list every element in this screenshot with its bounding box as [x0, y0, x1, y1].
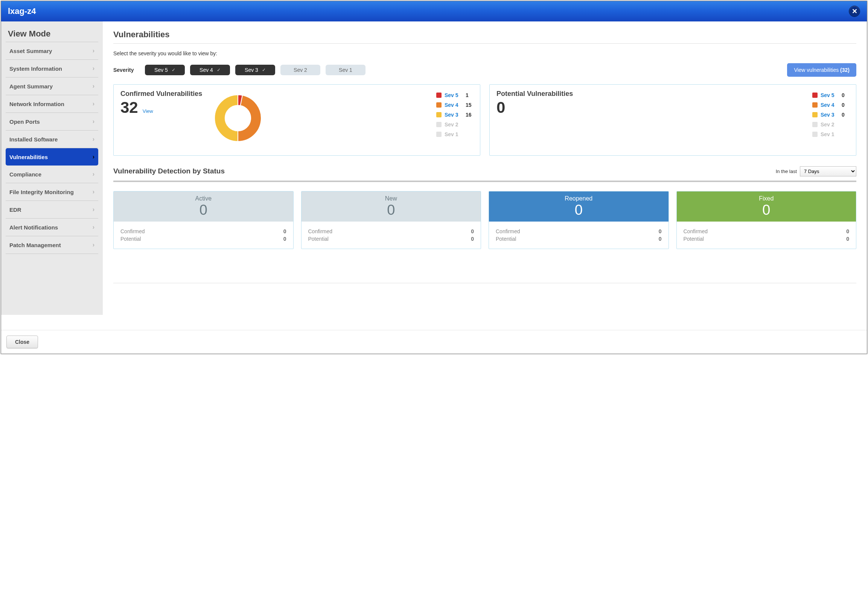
sidebar-item-compliance[interactable]: Compliance›	[6, 166, 98, 183]
status-name: Active	[114, 195, 293, 202]
severity-pill-sev3[interactable]: Sev 3✓	[235, 65, 275, 75]
detection-header-row: Vulnerability Detection by Status In the…	[113, 166, 856, 177]
sidebar-item-vulnerabilities[interactable]: Vulnerabilities›	[6, 148, 98, 166]
legend-swatch	[436, 112, 442, 117]
legend-swatch	[436, 102, 442, 108]
legend-name: Sev 1	[821, 131, 839, 137]
legend-name: Sev 2	[445, 122, 463, 128]
sidebar-item-agent-summary[interactable]: Agent Summary›	[6, 77, 98, 95]
close-button[interactable]: Close	[6, 336, 38, 348]
status-card-new: New0Confirmed0Potential0	[301, 191, 481, 249]
status-row-value: 0	[659, 236, 662, 242]
sidebar-item-label: Vulnerabilities	[9, 154, 48, 160]
status-row-label: Potential	[308, 236, 329, 242]
status-row-label: Confirmed	[308, 228, 333, 234]
sidebar-item-open-ports[interactable]: Open Ports›	[6, 113, 98, 131]
status-row-value: 0	[846, 236, 849, 242]
sidebar-item-label: System Information	[9, 65, 62, 72]
divider	[113, 181, 856, 182]
legend-swatch	[812, 112, 818, 117]
legend-name[interactable]: Sev 4	[821, 102, 839, 108]
status-card-header[interactable]: Fixed0	[677, 191, 856, 222]
status-row-label: Confirmed	[120, 228, 145, 234]
sidebar-item-installed-software[interactable]: Installed Software›	[6, 131, 98, 148]
status-row-label: Confirmed	[684, 228, 708, 234]
status-card-header[interactable]: New0	[302, 191, 481, 222]
sidebar-item-network-information[interactable]: Network Information›	[6, 95, 98, 113]
sidebar-item-label: Open Ports	[9, 118, 40, 125]
in-last-label: In the last	[776, 169, 797, 174]
legend-row: Sev 2	[812, 122, 849, 128]
chevron-right-icon: ›	[93, 47, 94, 54]
sidebar-item-asset-summary[interactable]: Asset Summary›	[6, 42, 98, 60]
status-count: 0	[302, 203, 481, 217]
status-row-value: 0	[471, 228, 474, 234]
status-row-value: 0	[283, 228, 286, 234]
chevron-right-icon: ›	[93, 171, 94, 178]
confirmed-total: 32	[120, 99, 138, 117]
close-icon[interactable]: ✕	[849, 6, 860, 17]
legend-value: 0	[842, 92, 849, 98]
view-vulnerabilities-button[interactable]: View vulnerabilities (32)	[787, 63, 856, 77]
severity-pill-sev1[interactable]: Sev 1	[326, 65, 365, 75]
window-body: View Mode Asset Summary›System Informati…	[1, 21, 867, 315]
sidebar-item-alert-notifications[interactable]: Alert Notifications›	[6, 219, 98, 236]
chevron-right-icon: ›	[93, 188, 94, 195]
legend-row: Sev 415	[436, 102, 473, 108]
titlebar: lxag-z4 ✕	[1, 1, 867, 21]
status-card-header[interactable]: Active0	[114, 191, 293, 222]
sidebar-item-edr[interactable]: EDR›	[6, 201, 98, 219]
status-row-value: 0	[471, 236, 474, 242]
status-row-potential: Potential0	[308, 236, 474, 242]
status-row-label: Potential	[684, 236, 704, 242]
sidebar: View Mode Asset Summary›System Informati…	[1, 21, 103, 315]
legend-name[interactable]: Sev 5	[445, 92, 463, 98]
severity-pill-label: Sev 3	[245, 67, 258, 73]
severity-pill-label: Sev 1	[339, 67, 352, 73]
chevron-right-icon: ›	[93, 83, 94, 90]
status-row-label: Potential	[496, 236, 516, 242]
status-count: 0	[114, 203, 293, 217]
status-card-header[interactable]: Reopened0	[489, 191, 669, 222]
sidebar-heading: View Mode	[8, 29, 96, 39]
confirmed-view-link[interactable]: View	[143, 108, 153, 114]
status-row-label: Potential	[120, 236, 141, 242]
modal-window: lxag-z4 ✕ View Mode Asset Summary›System…	[1, 1, 867, 354]
view-vulnerabilities-count: (32)	[840, 67, 850, 73]
legend-row: Sev 50	[812, 92, 849, 98]
status-grid: Active0Confirmed0Potential0New0Confirmed…	[113, 191, 856, 249]
status-row-potential: Potential0	[120, 236, 286, 242]
legend-swatch	[812, 122, 818, 127]
status-row-potential: Potential0	[496, 236, 662, 242]
sidebar-item-system-information[interactable]: System Information›	[6, 60, 98, 77]
legend-swatch	[436, 93, 442, 98]
vuln-cards-row: Confirmed Vulnerabilities 32 View Sev 51…	[113, 84, 856, 156]
sidebar-item-patch-management[interactable]: Patch Management›	[6, 236, 98, 254]
severity-pill-sev4[interactable]: Sev 4✓	[190, 65, 230, 75]
sidebar-item-file-integrity-monitoring[interactable]: File Integrity Monitoring›	[6, 183, 98, 201]
legend-swatch	[812, 93, 818, 98]
legend-swatch	[812, 132, 818, 137]
status-row-confirmed: Confirmed0	[496, 228, 662, 234]
legend-name[interactable]: Sev 3	[445, 112, 463, 118]
legend-name[interactable]: Sev 5	[821, 92, 839, 98]
severity-pill-sev2[interactable]: Sev 2	[280, 65, 320, 75]
divider	[113, 283, 856, 283]
page-title: Vulnerabilities	[113, 30, 856, 39]
sidebar-item-label: Agent Summary	[9, 83, 53, 90]
legend-name[interactable]: Sev 4	[445, 102, 463, 108]
view-vulnerabilities-label: View vulnerabilities	[794, 67, 839, 73]
status-row-confirmed: Confirmed0	[120, 228, 286, 234]
chevron-right-icon: ›	[93, 206, 94, 213]
time-range-select[interactable]: 7 Days	[800, 166, 856, 176]
donut-slice-sev3	[215, 95, 238, 141]
donut-slice-sev4	[238, 95, 261, 141]
sidebar-item-label: EDR	[9, 207, 21, 213]
status-card-body: Confirmed0Potential0	[114, 222, 293, 249]
sidebar-item-label: Alert Notifications	[9, 224, 58, 231]
legend-name[interactable]: Sev 3	[821, 112, 839, 118]
chevron-right-icon: ›	[93, 224, 94, 231]
severity-pill-sev5[interactable]: Sev 5✓	[145, 65, 185, 75]
status-row-value: 0	[283, 236, 286, 242]
legend-row: Sev 2	[436, 122, 473, 128]
